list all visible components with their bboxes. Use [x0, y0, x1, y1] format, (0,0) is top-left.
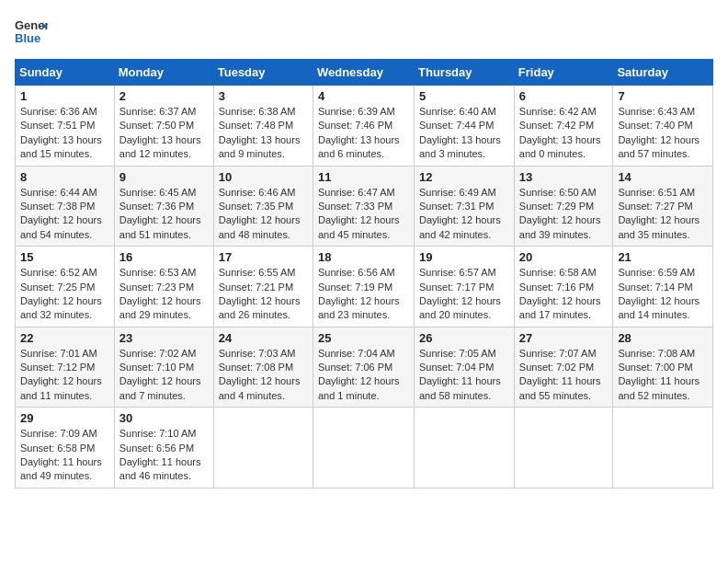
week-row-2: 8Sunrise: 6:44 AMSunset: 7:38 PMDaylight… — [16, 166, 713, 247]
day-number: 19 — [419, 250, 509, 264]
calendar-cell: 3Sunrise: 6:38 AMSunset: 7:48 PMDaylight… — [213, 86, 313, 167]
calendar-cell: 22Sunrise: 7:01 AMSunset: 7:12 PMDayligh… — [16, 327, 115, 408]
day-number: 11 — [318, 170, 409, 184]
calendar-cell — [613, 408, 713, 488]
day-info: Sunrise: 6:43 AMSunset: 7:40 PMDaylight:… — [618, 105, 708, 162]
calendar-cell: 11Sunrise: 6:47 AMSunset: 7:33 PMDayligh… — [313, 166, 414, 247]
calendar-cell: 15Sunrise: 6:52 AMSunset: 7:25 PMDayligh… — [16, 247, 115, 327]
calendar-cell: 20Sunrise: 6:58 AMSunset: 7:16 PMDayligh… — [514, 247, 613, 327]
day-info: Sunrise: 7:05 AMSunset: 7:04 PMDaylight:… — [419, 347, 509, 404]
calendar-header: SundayMondayTuesdayWednesdayThursdayFrid… — [16, 60, 713, 86]
day-info: Sunrise: 6:44 AMSunset: 7:38 PMDaylight:… — [20, 186, 109, 243]
calendar-cell: 14Sunrise: 6:51 AMSunset: 7:27 PMDayligh… — [613, 166, 713, 247]
day-info: Sunrise: 7:08 AMSunset: 7:00 PMDaylight:… — [618, 347, 708, 404]
day-info: Sunrise: 7:07 AMSunset: 7:02 PMDaylight:… — [519, 347, 609, 404]
week-row-3: 15Sunrise: 6:52 AMSunset: 7:25 PMDayligh… — [16, 247, 713, 327]
header-cell-saturday: Saturday — [613, 60, 713, 86]
calendar-cell — [415, 408, 515, 488]
calendar-cell: 9Sunrise: 6:45 AMSunset: 7:36 PMDaylight… — [114, 166, 213, 247]
header-row: SundayMondayTuesdayWednesdayThursdayFrid… — [16, 60, 713, 86]
day-number: 26 — [419, 331, 509, 345]
day-info: Sunrise: 6:59 AMSunset: 7:14 PMDaylight:… — [618, 266, 708, 323]
header-cell-sunday: Sunday — [16, 60, 115, 86]
calendar-cell: 16Sunrise: 6:53 AMSunset: 7:23 PMDayligh… — [114, 247, 213, 327]
header-cell-monday: Monday — [114, 60, 213, 86]
calendar-cell: 21Sunrise: 6:59 AMSunset: 7:14 PMDayligh… — [613, 247, 713, 327]
calendar-cell: 24Sunrise: 7:03 AMSunset: 7:08 PMDayligh… — [213, 327, 313, 408]
calendar-cell: 25Sunrise: 7:04 AMSunset: 7:06 PMDayligh… — [313, 327, 414, 408]
day-number: 24 — [219, 331, 308, 345]
day-number: 23 — [119, 331, 209, 345]
day-number: 28 — [618, 331, 708, 345]
logo-icon: General Blue — [15, 15, 48, 48]
day-info: Sunrise: 7:03 AMSunset: 7:08 PMDaylight:… — [219, 347, 308, 404]
day-number: 30 — [119, 411, 209, 425]
day-info: Sunrise: 6:36 AMSunset: 7:51 PMDaylight:… — [20, 105, 109, 162]
day-number: 10 — [219, 170, 308, 184]
day-number: 27 — [519, 331, 609, 345]
day-info: Sunrise: 6:37 AMSunset: 7:50 PMDaylight:… — [119, 105, 209, 162]
calendar-cell: 28Sunrise: 7:08 AMSunset: 7:00 PMDayligh… — [613, 327, 713, 408]
header-cell-friday: Friday — [514, 60, 613, 86]
calendar-cell: 4Sunrise: 6:39 AMSunset: 7:46 PMDaylight… — [313, 86, 414, 167]
day-number: 21 — [618, 250, 708, 264]
day-info: Sunrise: 6:56 AMSunset: 7:19 PMDaylight:… — [318, 266, 409, 323]
day-number: 14 — [618, 170, 708, 184]
day-info: Sunrise: 6:55 AMSunset: 7:21 PMDaylight:… — [219, 266, 308, 323]
day-info: Sunrise: 6:49 AMSunset: 7:31 PMDaylight:… — [419, 186, 509, 243]
calendar-cell: 12Sunrise: 6:49 AMSunset: 7:31 PMDayligh… — [415, 166, 515, 247]
calendar-cell: 6Sunrise: 6:42 AMSunset: 7:42 PMDaylight… — [514, 86, 613, 167]
week-row-5: 29Sunrise: 7:09 AMSunset: 6:58 PMDayligh… — [16, 408, 713, 488]
calendar-cell: 1Sunrise: 6:36 AMSunset: 7:51 PMDaylight… — [16, 86, 115, 167]
day-info: Sunrise: 7:02 AMSunset: 7:10 PMDaylight:… — [119, 347, 209, 404]
day-number: 2 — [119, 89, 209, 103]
day-info: Sunrise: 7:09 AMSunset: 6:58 PMDaylight:… — [20, 427, 109, 484]
header-cell-wednesday: Wednesday — [313, 60, 414, 86]
day-info: Sunrise: 6:45 AMSunset: 7:36 PMDaylight:… — [119, 186, 209, 243]
day-info: Sunrise: 6:38 AMSunset: 7:48 PMDaylight:… — [219, 105, 308, 162]
calendar-cell: 13Sunrise: 6:50 AMSunset: 7:29 PMDayligh… — [514, 166, 613, 247]
logo: General Blue — [15, 15, 48, 48]
day-number: 3 — [219, 89, 308, 103]
day-info: Sunrise: 6:50 AMSunset: 7:29 PMDaylight:… — [519, 186, 609, 243]
day-number: 29 — [20, 411, 109, 425]
day-number: 25 — [318, 331, 409, 345]
day-number: 8 — [20, 170, 109, 184]
day-info: Sunrise: 6:40 AMSunset: 7:44 PMDaylight:… — [419, 105, 509, 162]
calendar-cell: 27Sunrise: 7:07 AMSunset: 7:02 PMDayligh… — [514, 327, 613, 408]
calendar-cell: 5Sunrise: 6:40 AMSunset: 7:44 PMDaylight… — [415, 86, 515, 167]
day-info: Sunrise: 6:42 AMSunset: 7:42 PMDaylight:… — [519, 105, 609, 162]
week-row-4: 22Sunrise: 7:01 AMSunset: 7:12 PMDayligh… — [16, 327, 713, 408]
calendar-cell: 17Sunrise: 6:55 AMSunset: 7:21 PMDayligh… — [213, 247, 313, 327]
calendar-table: SundayMondayTuesdayWednesdayThursdayFrid… — [15, 59, 713, 488]
day-info: Sunrise: 7:10 AMSunset: 6:56 PMDaylight:… — [119, 427, 209, 484]
day-number: 9 — [119, 170, 209, 184]
day-info: Sunrise: 6:39 AMSunset: 7:46 PMDaylight:… — [318, 105, 409, 162]
calendar-cell: 7Sunrise: 6:43 AMSunset: 7:40 PMDaylight… — [613, 86, 713, 167]
calendar-cell — [313, 408, 414, 488]
header-cell-thursday: Thursday — [415, 60, 515, 86]
day-number: 20 — [519, 250, 609, 264]
header-cell-tuesday: Tuesday — [213, 60, 313, 86]
day-info: Sunrise: 6:53 AMSunset: 7:23 PMDaylight:… — [119, 266, 209, 323]
calendar-cell: 2Sunrise: 6:37 AMSunset: 7:50 PMDaylight… — [114, 86, 213, 167]
day-info: Sunrise: 6:47 AMSunset: 7:33 PMDaylight:… — [318, 186, 409, 243]
calendar-cell: 10Sunrise: 6:46 AMSunset: 7:35 PMDayligh… — [213, 166, 313, 247]
day-number: 15 — [20, 250, 109, 264]
day-info: Sunrise: 6:58 AMSunset: 7:16 PMDaylight:… — [519, 266, 609, 323]
day-info: Sunrise: 7:01 AMSunset: 7:12 PMDaylight:… — [20, 347, 109, 404]
calendar-cell: 18Sunrise: 6:56 AMSunset: 7:19 PMDayligh… — [313, 247, 414, 327]
calendar-cell — [514, 408, 613, 488]
page-header: General Blue — [15, 15, 713, 48]
day-number: 6 — [519, 89, 609, 103]
day-info: Sunrise: 6:46 AMSunset: 7:35 PMDaylight:… — [219, 186, 308, 243]
day-info: Sunrise: 6:51 AMSunset: 7:27 PMDaylight:… — [618, 186, 708, 243]
day-number: 17 — [219, 250, 308, 264]
calendar-body: 1Sunrise: 6:36 AMSunset: 7:51 PMDaylight… — [16, 86, 713, 488]
calendar-cell: 19Sunrise: 6:57 AMSunset: 7:17 PMDayligh… — [415, 247, 515, 327]
day-number: 22 — [20, 331, 109, 345]
day-info: Sunrise: 7:04 AMSunset: 7:06 PMDaylight:… — [318, 347, 409, 404]
day-info: Sunrise: 6:57 AMSunset: 7:17 PMDaylight:… — [419, 266, 509, 323]
day-number: 16 — [119, 250, 209, 264]
day-number: 5 — [419, 89, 509, 103]
